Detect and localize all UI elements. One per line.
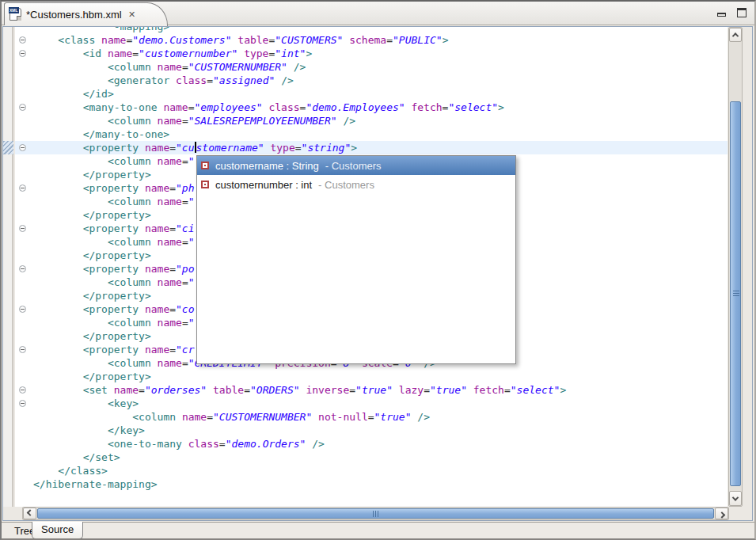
- code-token: "CUSTOMERNUMBER": [213, 411, 312, 423]
- code-line[interactable]: <column name="CUSTOMERNUMBER" not-null="…: [33, 410, 728, 424]
- code-line[interactable]: <class name="demo.Customers" table="CUST…: [33, 33, 728, 47]
- code-token: <generator: [108, 74, 169, 86]
- fold-collapse-icon[interactable]: [19, 386, 26, 394]
- code-token: </property>: [83, 249, 151, 261]
- code-line[interactable]: </many-to-one>: [33, 127, 728, 141]
- code-line[interactable]: </hibernate-mapping>: [33, 477, 728, 491]
- code-token: <property: [83, 263, 139, 275]
- code-token: "int": [275, 48, 306, 59]
- code-line[interactable]: <id name="customernumber" type="int">: [33, 47, 728, 60]
- code-token: [182, 438, 188, 450]
- fold-collapse-icon[interactable]: [19, 104, 26, 111]
- code-token: "select": [448, 101, 498, 113]
- code-token: <many-to-one: [83, 101, 158, 113]
- fold-collapse-icon[interactable]: [19, 50, 26, 57]
- scroll-down-button[interactable]: [729, 491, 742, 506]
- code-token: =: [169, 303, 176, 315]
- code-token: name: [145, 222, 169, 234]
- code-token: [287, 61, 294, 73]
- code-token: =: [386, 34, 393, 46]
- code-line[interactable]: <column name="CUSTOMERNUMBER" />: [33, 60, 728, 74]
- code-token: "ORDERS": [250, 384, 300, 396]
- code-line[interactable]: </id>: [33, 87, 728, 101]
- code-token: "orderses": [145, 384, 207, 396]
- code-line[interactable]: <one-to-many class="demo.Orders" />: [33, 437, 728, 451]
- code-token: "demo.Orders": [226, 438, 306, 450]
- code-token: "demo.Employees": [306, 101, 405, 113]
- fold-collapse-icon[interactable]: [19, 225, 26, 232]
- fold-collapse-icon[interactable]: [19, 346, 26, 353]
- code-token: [139, 142, 145, 154]
- code-token: fetch: [473, 384, 504, 396]
- code-token: [139, 344, 145, 356]
- code-token: type: [270, 142, 294, 154]
- horizontal-scrollbar[interactable]: [22, 507, 729, 520]
- scroll-up-button[interactable]: [729, 28, 742, 42]
- code-token: [139, 222, 145, 234]
- code-token: [33, 27, 114, 32]
- code-token: =: [368, 411, 374, 423]
- code-token: <set: [83, 384, 108, 396]
- code-token: </property>: [83, 169, 151, 181]
- code-token: =: [182, 155, 188, 167]
- code-token: [393, 384, 399, 396]
- code-token: "select": [511, 384, 560, 396]
- scroll-right-button[interactable]: [715, 508, 728, 519]
- code-line[interactable]: <set name="orderses" table="ORDERS" inve…: [33, 383, 728, 397]
- code-token: =: [188, 101, 195, 113]
- code-token: stomername": [196, 142, 264, 154]
- code-line[interactable]: -mapping>: [33, 27, 728, 33]
- fold-collapse-icon[interactable]: [19, 36, 26, 44]
- code-token: table: [213, 384, 244, 396]
- code-token: =: [207, 74, 213, 86]
- fold-collapse-icon[interactable]: [19, 265, 26, 272]
- code-line[interactable]: </set>: [33, 451, 728, 464]
- annotation-ruler[interactable]: [3, 27, 13, 507]
- code-line[interactable]: </property>: [33, 370, 728, 383]
- code-token: [151, 61, 158, 73]
- code-token: =: [169, 142, 176, 154]
- maximize-icon[interactable]: [737, 8, 747, 17]
- minimize-icon[interactable]: [717, 13, 726, 17]
- code-line[interactable]: <column name="SALESREPEMPLOYEENUMBER" />: [33, 114, 728, 127]
- tab-close-icon[interactable]: ✕: [127, 9, 138, 20]
- tab-title: *Customers.hbm.xml: [26, 9, 122, 21]
- code-line[interactable]: <generator class="assigned" />: [33, 74, 728, 87]
- code-token: >: [560, 384, 566, 396]
- code-line[interactable]: <key>: [33, 397, 728, 410]
- item-label: customername : String: [215, 160, 319, 172]
- code-token: ": [188, 155, 195, 167]
- code-token: </property>: [83, 371, 151, 382]
- fold-collapse-icon[interactable]: [19, 400, 26, 407]
- chevron-left-icon: [26, 509, 32, 515]
- code-token: name: [145, 303, 169, 315]
- fold-margin[interactable]: [15, 27, 33, 507]
- code-token: =: [349, 384, 355, 396]
- code-token: </property>: [83, 209, 151, 221]
- code-token: "true": [374, 411, 412, 423]
- code-line[interactable]: <many-to-one name="employees" class="dem…: [33, 101, 728, 114]
- editor-tab-customers-hbm-xml[interactable]: *Customers.hbm.xml ✕: [4, 2, 148, 25]
- code-token: <column: [108, 317, 151, 329]
- code-token: </hibernate-mapping>: [33, 478, 158, 490]
- code-token: <column: [108, 276, 151, 288]
- fold-collapse-icon[interactable]: [19, 144, 26, 151]
- code-line[interactable]: <property name="customername" type="stri…: [33, 141, 728, 154]
- code-line[interactable]: </key>: [33, 424, 728, 437]
- scroll-left-button[interactable]: [23, 508, 36, 519]
- autocomplete-item[interactable]: customername : String - Customers: [197, 156, 515, 175]
- code-token: </class>: [58, 465, 108, 477]
- code-token: class: [176, 74, 207, 86]
- code-token: ": [188, 236, 195, 248]
- fold-collapse-icon[interactable]: [19, 184, 26, 192]
- horizontal-scrollbar-thumb[interactable]: [37, 508, 714, 519]
- code-token: </property>: [83, 330, 151, 342]
- vertical-scrollbar[interactable]: [728, 27, 743, 507]
- code-area[interactable]: customername : String - Customerscustome…: [33, 27, 728, 507]
- vertical-scrollbar-thumb[interactable]: [730, 101, 741, 486]
- code-token: [151, 115, 158, 127]
- code-line[interactable]: </class>: [33, 464, 728, 477]
- fold-collapse-icon[interactable]: [19, 306, 26, 313]
- autocomplete-item[interactable]: customernumber : int - Customers: [197, 175, 515, 194]
- tab-source[interactable]: Source: [32, 522, 83, 539]
